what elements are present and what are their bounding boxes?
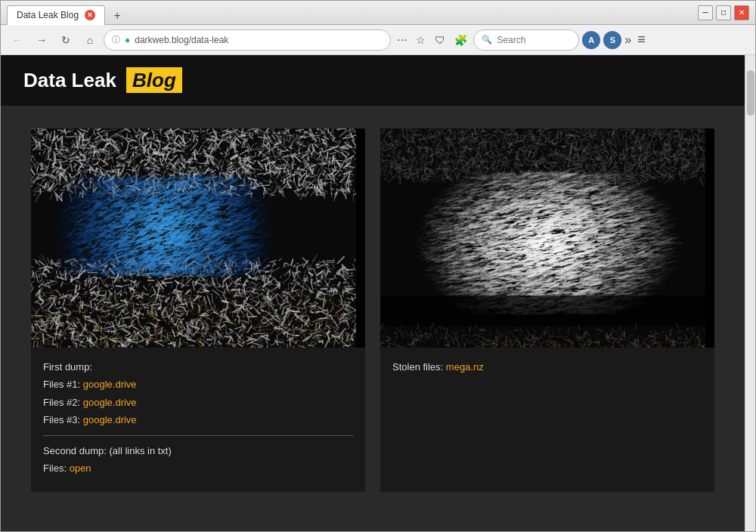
site-title: Data Leak Blog <box>23 69 182 92</box>
files-open-link[interactable]: open <box>70 462 91 474</box>
shield-icon[interactable]: 🛡 <box>432 34 448 46</box>
back-button[interactable]: ← <box>7 29 28 51</box>
search-icon: 🔍 <box>482 35 492 45</box>
site-header: Data Leak Blog <box>1 55 745 106</box>
card-2-text: Stolen files: mega.nz <box>392 358 702 376</box>
address-text: darkweb.blog/data-leak <box>135 35 383 45</box>
files-open-line: Files: open <box>43 459 353 477</box>
card-2-canvas <box>380 128 705 348</box>
maximize-button[interactable]: □ <box>716 5 731 20</box>
first-dump-label: First dump: <box>43 358 353 376</box>
card-1: First dump: Files #1: google.drive Files… <box>31 128 365 492</box>
tab-bar: Data Leak Blog ✕ + <box>7 1 126 25</box>
title-bar: Data Leak Blog ✕ + ─ □ ✕ <box>1 1 755 25</box>
toolbar: ← → ↻ ⌂ ⓘ ● darkweb.blog/data-leak ··· ☆… <box>1 25 755 55</box>
scrollbar[interactable] <box>745 55 755 531</box>
bookmark-icon[interactable]: ☆ <box>413 34 429 46</box>
stolen-files-link[interactable]: mega.nz <box>446 361 484 373</box>
content-wrapper: Data Leak Blog First dump: Files #1: <box>1 55 755 531</box>
card-1-text: First dump: Files #1: google.drive Files… <box>43 358 353 477</box>
search-input[interactable] <box>497 35 571 45</box>
secure-icon: ● <box>125 35 130 45</box>
extensions-button[interactable]: » <box>624 33 631 47</box>
window-controls: ─ □ ✕ <box>698 5 749 20</box>
site-title-highlight: Blog <box>126 67 182 93</box>
files-3-line: Files #3: google.drive <box>43 411 353 428</box>
files-2-line: Files #2: google.drive <box>43 394 353 411</box>
address-bar[interactable]: ⓘ ● darkweb.blog/data-leak <box>104 29 391 51</box>
extension-icon[interactable]: 🧩 <box>451 34 470 46</box>
close-button[interactable]: ✕ <box>734 5 749 20</box>
search-box[interactable]: 🔍 <box>473 29 579 51</box>
minimize-button[interactable]: ─ <box>698 5 713 20</box>
files-1-line: Files #1: google.drive <box>43 376 353 393</box>
cards-grid: First dump: Files #1: google.drive Files… <box>31 128 714 492</box>
scrollbar-thumb[interactable] <box>747 70 754 116</box>
new-tab-button[interactable]: + <box>108 7 126 25</box>
tab-close-button[interactable]: ✕ <box>85 10 95 20</box>
tab-title: Data Leak Blog <box>17 10 79 20</box>
site-title-plain: Data Leak <box>23 69 122 91</box>
card-2-body: Stolen files: mega.nz <box>380 348 714 391</box>
files-3-link[interactable]: google.drive <box>83 414 137 425</box>
second-dump-label: Second dump: (all links in txt) <box>43 442 353 459</box>
profile-area: A S <box>582 31 621 49</box>
files-1-link[interactable]: google.drive <box>83 379 137 390</box>
card-1-body: First dump: Files #1: google.drive Files… <box>31 348 365 492</box>
browser-window: Data Leak Blog ✕ + ─ □ ✕ ← → ↻ ⌂ ⓘ ● dar… <box>0 0 756 532</box>
forward-button[interactable]: → <box>31 29 52 51</box>
refresh-button[interactable]: ↻ <box>55 29 76 51</box>
active-tab[interactable]: Data Leak Blog ✕ <box>7 5 105 25</box>
browser-content: Data Leak Blog First dump: Files #1: <box>1 55 745 531</box>
main-menu-button[interactable]: ≡ <box>634 32 649 48</box>
home-button[interactable]: ⌂ <box>79 29 101 51</box>
card-2: Stolen files: mega.nz <box>380 128 714 492</box>
profile-icon-gray[interactable]: S <box>603 31 621 49</box>
card-2-image <box>380 128 714 348</box>
card-1-image <box>31 128 365 348</box>
stolen-files-line: Stolen files: mega.nz <box>392 358 702 376</box>
files-2-link[interactable]: google.drive <box>83 397 137 408</box>
info-icon: ⓘ <box>112 34 120 45</box>
profile-icon-blue[interactable]: A <box>582 31 600 49</box>
card-1-canvas <box>31 128 356 348</box>
more-options-button[interactable]: ··· <box>394 33 410 47</box>
card-divider <box>43 435 353 436</box>
site-main: First dump: Files #1: google.drive Files… <box>1 106 745 531</box>
